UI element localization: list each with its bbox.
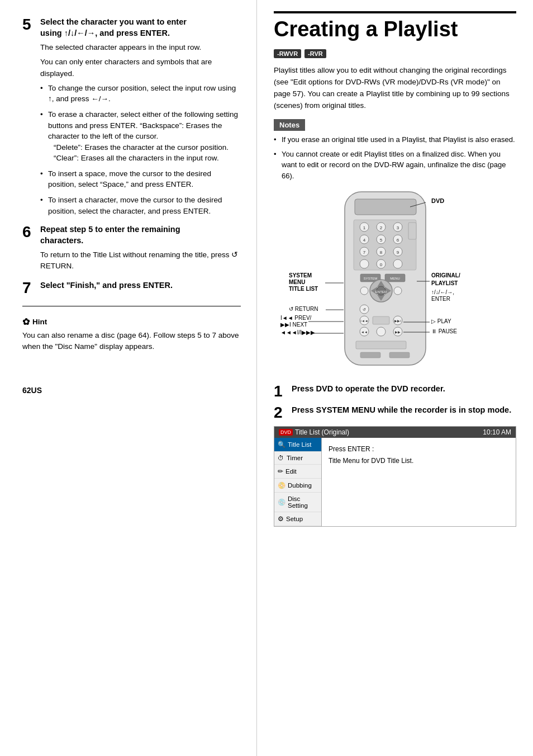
remote-diagram: 1 2 3 4 5 6 7 8 9 0: [274, 189, 516, 379]
step-5-sub2: “Clear”: Erases all the characters in th…: [54, 153, 241, 164]
step-5-bullet-3: To insert a space, move the cursor to th…: [40, 168, 241, 190]
svg-text:↺: ↺: [363, 308, 366, 311]
screen-header: DVD Title List (Original) 10:10 AM: [274, 427, 516, 438]
svg-text:↑/↓/←/→,: ↑/↓/←/→,: [431, 289, 454, 295]
svg-rect-9: [408, 223, 416, 239]
svg-text:PLAYLIST: PLAYLIST: [431, 280, 458, 286]
right-column: Creating a Playlist -RWVR -RVR Playlist …: [257, 0, 533, 756]
svg-text:2: 2: [380, 225, 383, 230]
svg-point-32: [394, 287, 402, 295]
svg-text:7: 7: [363, 250, 366, 255]
svg-text:▶▶: ▶▶: [395, 330, 401, 334]
setup-icon: ⚙: [278, 515, 284, 523]
svg-text:▷ PLAY: ▷ PLAY: [431, 318, 451, 324]
page-number: 62US: [22, 386, 241, 395]
step-6-number: 6: [22, 224, 35, 240]
disc-format-badges: -RWVR -RVR: [274, 49, 516, 58]
screen-dvd-badge: DVD: [279, 429, 293, 436]
svg-rect-1: [355, 199, 416, 215]
screen-content-line3: Title Menu for DVD Title List.: [329, 455, 509, 466]
right-intro: Playlist titles allow you to edit withou…: [274, 65, 516, 112]
step-5-bullet-2: To erase a character, select either of t…: [40, 109, 241, 164]
svg-text:ENTER: ENTER: [375, 290, 387, 294]
badge-rwvr: -RWVR: [274, 49, 301, 58]
step-5-body: The selected character appears in the in…: [40, 42, 241, 216]
timer-icon: ⏱: [278, 455, 284, 461]
left-column: 5 Select the character you want to enter…: [0, 0, 257, 756]
svg-text:9: 9: [397, 250, 399, 255]
step-7-title: Select "Finish," and press ENTER.: [40, 280, 173, 291]
screen-header-time: 10:10 AM: [483, 428, 511, 436]
hint-section: ✿ Hint You can also rename a disc (page …: [22, 316, 241, 353]
left-divider: [22, 306, 241, 306]
notes-list: If you erase an original title used in a…: [274, 134, 516, 181]
right-step-2-block: 2 Press SYSTEM MENU while the recorder i…: [274, 405, 516, 420]
sidebar-item-disc-setting[interactable]: 💿 Disc Setting: [274, 493, 321, 512]
svg-text:SYSTEM: SYSTEM: [364, 277, 378, 280]
svg-text:◄◄◄I/I▶▶▶: ◄◄◄I/I▶▶▶: [280, 329, 315, 336]
hint-body: You can also rename a disc (page 64). Fo…: [22, 330, 241, 353]
step-5-list: To change the cursor position, select th…: [40, 83, 241, 216]
svg-text:TITLE LIST: TITLE LIST: [289, 286, 318, 292]
right-step-2-num: 2: [274, 405, 286, 420]
step-6-body: To return to the Title List without rena…: [40, 249, 241, 272]
sidebar-item-dubbing[interactable]: 📀 Dubbing: [274, 479, 321, 493]
screen-content-line1: Press ENTER :: [329, 443, 509, 455]
screen-header-title: Title List (Original): [295, 428, 349, 436]
svg-text:4: 4: [363, 238, 366, 243]
svg-point-22: [360, 259, 369, 268]
right-step-2-title: Press SYSTEM MENU while the recorder is …: [292, 405, 511, 416]
svg-text:6: 6: [397, 238, 399, 243]
svg-text:◄◄: ◄◄: [361, 330, 368, 334]
step-7-number: 7: [22, 280, 35, 296]
screen-mockup: DVD Title List (Original) 10:10 AM 🔍 Tit…: [274, 426, 516, 527]
screen-sidebar: 🔍 Title List ⏱ Timer ✏ Edit 📀 Dubbing 💿: [274, 438, 322, 526]
svg-text:0: 0: [380, 262, 383, 267]
notes-label: Notes: [274, 119, 305, 131]
sidebar-item-setup[interactable]: ⚙ Setup: [274, 512, 321, 526]
remote-svg: 1 2 3 4 5 6 7 8 9 0: [278, 189, 512, 379]
disc-setting-icon: 💿: [278, 498, 285, 506]
step-5-block: 5 Select the character you want to enter…: [22, 17, 241, 216]
note-1: If you erase an original title used in a…: [274, 134, 516, 145]
note-2: You cannot create or edit Playlist title…: [274, 149, 516, 182]
screen-dvd-icon: DVD Title List (Original): [279, 428, 349, 436]
badge-rvr: -RVR: [304, 49, 326, 58]
step-5-bullet-1: To change the cursor position, select th…: [40, 83, 241, 105]
step-5-number: 5: [22, 17, 35, 32]
screen-content: Press ENTER : Title Menu for DVD Title L…: [322, 438, 516, 526]
svg-text:▶▶I: ▶▶I: [394, 319, 401, 323]
svg-text:5: 5: [380, 238, 383, 243]
hint-label: Hint: [32, 318, 47, 326]
right-step-1-num: 1: [274, 384, 286, 399]
right-step-1-block: 1 Press DVD to operate the DVD recorder.: [274, 384, 516, 399]
hint-icon: ✿: [22, 316, 30, 327]
svg-text:DVD: DVD: [431, 197, 444, 204]
sidebar-item-timer[interactable]: ⏱ Timer: [274, 452, 321, 465]
svg-text:MENU: MENU: [289, 279, 305, 285]
svg-rect-53: [360, 352, 380, 358]
sidebar-item-edit[interactable]: ✏ Edit: [274, 465, 321, 479]
step-6-title: Repeat step 5 to enter the remaining cha…: [40, 224, 180, 246]
edit-icon: ✏: [278, 467, 283, 475]
svg-rect-44: [373, 316, 389, 324]
step-5-sub1: “Delete”: Erases the character at the cu…: [54, 142, 241, 153]
step-5-title: Select the character you want to enter u…: [40, 17, 187, 39]
svg-text:↺ RETURN: ↺ RETURN: [289, 306, 318, 312]
svg-text:▶▶I NEXT: ▶▶I NEXT: [280, 322, 307, 328]
svg-point-49: [377, 327, 386, 336]
step-7-block: 7 Select "Finish," and press ENTER.: [22, 280, 241, 296]
svg-text:ENTER: ENTER: [431, 296, 450, 302]
svg-point-25: [393, 259, 402, 268]
step-6-block: 6 Repeat step 5 to enter the remaining c…: [22, 224, 241, 272]
svg-text:8: 8: [380, 250, 383, 255]
screen-body: 🔍 Title List ⏱ Timer ✏ Edit 📀 Dubbing 💿: [274, 438, 516, 526]
svg-text:3: 3: [397, 225, 399, 230]
svg-text:SYSTEM: SYSTEM: [289, 272, 312, 278]
svg-rect-52: [356, 341, 406, 349]
title-list-icon: 🔍: [278, 441, 285, 448]
svg-text:MENU: MENU: [390, 277, 400, 280]
svg-text:1: 1: [363, 225, 366, 230]
svg-text:ORIGINAL/: ORIGINAL/: [431, 272, 460, 278]
sidebar-item-title-list[interactable]: 🔍 Title List: [274, 438, 321, 452]
